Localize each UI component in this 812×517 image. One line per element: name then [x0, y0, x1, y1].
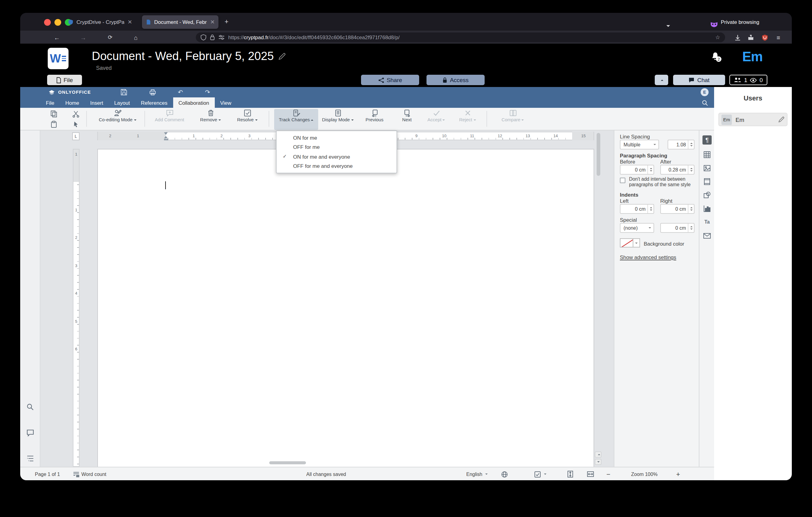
- notifications-bell-icon[interactable]: 2: [710, 51, 720, 63]
- document-canvas[interactable]: [97, 149, 594, 467]
- file-button[interactable]: File: [47, 75, 82, 85]
- menu-tab-insert[interactable]: Insert: [85, 98, 109, 108]
- menu-tab-references[interactable]: References: [135, 98, 173, 108]
- save-icon[interactable]: [120, 87, 127, 98]
- cut-icon[interactable]: [71, 110, 80, 118]
- user-list-item[interactable]: Em Em: [718, 113, 787, 126]
- accept-button[interactable]: Accept: [423, 109, 450, 123]
- tab-document[interactable]: Document - Wed, February 5, 2 ✕: [142, 15, 219, 29]
- zoom-out-button[interactable]: −: [606, 467, 610, 480]
- list-tabs-chevron-icon[interactable]: [665, 19, 670, 30]
- track-changes-menu-item[interactable]: ON for me: [277, 133, 397, 142]
- indent-left-spinner[interactable]: 0 cm: [620, 204, 654, 214]
- track-changes-button[interactable]: Track Changes: [274, 109, 318, 130]
- shape-settings-icon[interactable]: [702, 191, 712, 200]
- hamburger-menu-icon[interactable]: ≡: [774, 31, 783, 44]
- resolve-button[interactable]: Resolve: [231, 109, 264, 123]
- next-change-button[interactable]: Next: [395, 109, 419, 123]
- scrollbar-thumb[interactable]: [597, 133, 600, 176]
- hanging-indent-marker[interactable]: [164, 136, 167, 138]
- zoom-level[interactable]: Zoom 100%: [617, 467, 672, 480]
- track-changes-menu-item[interactable]: OFF for me and everyone: [277, 161, 397, 171]
- horizontal-scrollbar-thumb[interactable]: [269, 461, 306, 464]
- reject-button[interactable]: Reject: [454, 109, 481, 123]
- menu-tab-collaboration[interactable]: Collaboration: [173, 98, 214, 108]
- menu-tab-layout[interactable]: Layout: [109, 98, 135, 108]
- collapse-toolbar-button[interactable]: [655, 75, 668, 85]
- rename-pencil-icon[interactable]: [778, 114, 784, 125]
- advanced-settings-link[interactable]: Show advanced settings: [620, 254, 676, 260]
- ublock-icon[interactable]: [760, 31, 770, 44]
- compare-button[interactable]: Compare: [494, 109, 531, 123]
- document-language-globe-icon[interactable]: [501, 467, 508, 480]
- account-avatar[interactable]: E: [701, 88, 708, 96]
- access-button[interactable]: Access: [427, 75, 485, 85]
- spacing-after-spinner[interactable]: 0.28 cm: [660, 165, 695, 174]
- permissions-icon[interactable]: [219, 32, 225, 43]
- user-avatar-text[interactable]: Em: [742, 49, 763, 65]
- image-settings-icon[interactable]: [702, 164, 712, 173]
- tab-stop-selector[interactable]: L: [72, 132, 80, 140]
- redo-icon[interactable]: ↷: [205, 89, 210, 95]
- header-footer-settings-icon[interactable]: [702, 177, 712, 186]
- first-line-indent-marker[interactable]: [164, 132, 167, 134]
- share-button[interactable]: Share: [361, 75, 419, 85]
- indent-right-spinner[interactable]: 0 cm: [660, 204, 695, 214]
- menu-tab-home[interactable]: Home: [60, 98, 84, 108]
- close-tab-icon[interactable]: ✕: [127, 19, 132, 25]
- fit-page-icon[interactable]: [567, 467, 574, 480]
- line-spacing-amount-spinner[interactable]: 1.08: [668, 140, 695, 149]
- zoom-in-button[interactable]: +: [676, 467, 680, 480]
- navigation-headings-icon[interactable]: [26, 454, 34, 462]
- mail-merge-icon[interactable]: [702, 231, 712, 240]
- close-window-button[interactable]: [44, 19, 51, 26]
- home-button[interactable]: ⌂: [131, 31, 141, 44]
- find-icon[interactable]: [26, 403, 34, 410]
- select-all-icon[interactable]: [71, 120, 80, 129]
- menu-tab-view[interactable]: View: [215, 98, 237, 108]
- display-mode-button[interactable]: Display Mode: [320, 109, 355, 123]
- track-changes-menu-item[interactable]: ✓ON for me and everyone: [277, 152, 397, 161]
- interval-checkbox[interactable]: [620, 178, 626, 183]
- search-icon[interactable]: [702, 98, 708, 108]
- left-indent-marker[interactable]: [164, 139, 168, 140]
- co-editing-mode-button[interactable]: Co-editing Mode: [95, 109, 140, 123]
- special-amount-spinner[interactable]: 0 cm: [660, 223, 695, 233]
- close-tab-icon[interactable]: ✕: [210, 19, 215, 25]
- lock-icon[interactable]: [210, 32, 215, 43]
- menu-tab-file[interactable]: File: [40, 98, 60, 108]
- tracking-shield-icon[interactable]: [201, 32, 206, 43]
- back-button[interactable]: ←: [52, 31, 62, 44]
- extensions-puzzle-icon[interactable]: [746, 31, 756, 44]
- line-spacing-select[interactable]: Multiple: [620, 140, 659, 149]
- remove-button[interactable]: Remove: [194, 109, 227, 123]
- paragraph-settings-icon[interactable]: ¶: [702, 135, 712, 144]
- tab-cryptdrive[interactable]: CryptDrive - CryptPad.fr ✕: [64, 15, 136, 29]
- background-color-button[interactable]: [620, 238, 640, 247]
- chat-button[interactable]: Chat: [673, 75, 725, 85]
- copy-icon[interactable]: [50, 110, 58, 118]
- fit-width-icon[interactable]: [587, 467, 594, 480]
- previous-page-button[interactable]: [595, 452, 602, 458]
- chart-settings-icon[interactable]: [702, 204, 712, 213]
- spell-check-toggle[interactable]: [534, 467, 546, 480]
- bookmark-star-icon[interactable]: ☆: [715, 34, 720, 40]
- edit-title-pencil-icon[interactable]: [279, 50, 286, 63]
- previous-change-button[interactable]: Previous: [361, 109, 388, 123]
- add-comment-button[interactable]: Add Comment: [150, 109, 189, 123]
- text-art-settings-icon[interactable]: Ta: [702, 217, 712, 227]
- vertical-scrollbar[interactable]: [596, 131, 601, 467]
- next-page-button[interactable]: [595, 459, 602, 465]
- new-tab-button[interactable]: +: [225, 18, 229, 25]
- comments-icon[interactable]: [26, 428, 34, 436]
- page-indicator[interactable]: Page 1 of 1: [35, 467, 60, 480]
- language-selector[interactable]: English: [466, 467, 488, 480]
- special-select[interactable]: (none): [620, 223, 654, 233]
- paste-icon[interactable]: [50, 120, 58, 129]
- track-changes-menu-item[interactable]: OFF for me: [277, 142, 397, 152]
- word-count-button[interactable]: Word count: [73, 467, 107, 480]
- reload-button[interactable]: ⟳: [105, 31, 115, 44]
- undo-icon[interactable]: ↶: [178, 89, 183, 95]
- print-icon[interactable]: [149, 87, 156, 98]
- forward-button[interactable]: →: [78, 31, 88, 44]
